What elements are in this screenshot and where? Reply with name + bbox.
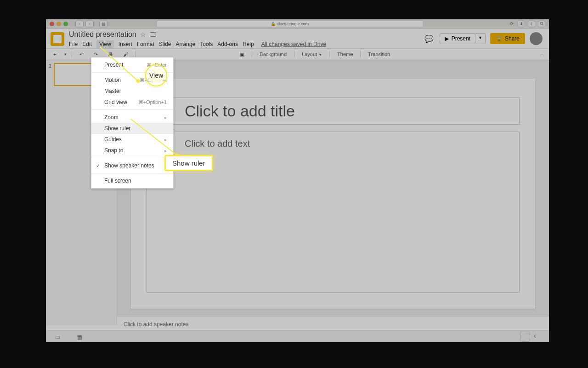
menu-item-label: Show ruler <box>104 125 130 132</box>
menu-format[interactable]: Format <box>137 41 154 47</box>
minimize-window-icon[interactable] <box>57 22 61 26</box>
comments-icon[interactable]: 💬 <box>423 33 435 45</box>
menu-edit[interactable]: Edit <box>82 41 92 47</box>
menu-add-ons[interactable]: Add-ons <box>217 41 238 47</box>
grid-view-icon[interactable]: ▦ <box>77 334 85 339</box>
lock-icon: 🔒 <box>271 22 276 26</box>
slide-canvas[interactable]: Click to add title Click to add text <box>131 79 535 309</box>
share-button[interactable]: 🔒 Share <box>490 33 525 44</box>
menu-tools[interactable]: Tools <box>200 41 213 47</box>
callout-view: View <box>145 64 167 86</box>
present-dropdown-button[interactable]: ▼ <box>475 33 486 44</box>
new-slide-button[interactable]: + <box>51 51 59 58</box>
menu-separator <box>91 109 173 110</box>
play-icon: ▶ <box>445 35 449 42</box>
footer-bar: ▭ ▦ ‹ <box>46 330 549 342</box>
move-to-folder-icon[interactable] <box>150 32 156 37</box>
menu-item-label: Zoom <box>104 114 119 121</box>
present-button[interactable]: ▶ Present <box>440 33 475 44</box>
menu-item-label: Motion <box>104 77 121 83</box>
title-placeholder[interactable]: Click to add title <box>147 97 520 125</box>
close-window-icon[interactable] <box>50 22 54 26</box>
reload-button[interactable]: ⟳ <box>509 21 515 27</box>
present-label: Present <box>452 35 470 42</box>
forward-button[interactable]: › <box>85 21 94 27</box>
app-header: Untitled presentation ☆ FileEditViewInse… <box>46 29 549 48</box>
speaker-notes[interactable]: Click to add speaker notes <box>117 316 549 332</box>
menu-item-label: Snap to <box>104 147 123 154</box>
tabs-icon[interactable]: ⧉ <box>538 21 545 27</box>
new-slide-dropdown[interactable]: ▼ <box>63 52 67 57</box>
back-button[interactable]: ‹ <box>75 21 84 27</box>
browser-chrome: ‹ › ▦ 🔒 docs.google.com ⟳ ⬇ ⇪ ⧉ <box>46 19 549 29</box>
layout-button[interactable]: Layout ▼ <box>299 51 325 58</box>
menu-view[interactable]: View <box>96 40 114 48</box>
theme-button[interactable]: Theme <box>334 51 356 58</box>
menu-bar: FileEditViewInsertFormatSlideArrangeTool… <box>69 40 423 48</box>
menu-separator <box>91 158 173 158</box>
account-avatar[interactable] <box>530 32 543 45</box>
explore-button[interactable] <box>520 332 530 342</box>
insert-image-button[interactable]: ▣ <box>237 51 247 58</box>
menu-item-full-screen[interactable]: Full screen <box>91 175 173 186</box>
document-title[interactable]: Untitled presentation <box>69 30 136 39</box>
collapse-toolbar-icon[interactable]: ︿ <box>540 51 544 58</box>
menu-item-show-speaker-notes[interactable]: Show speaker notes <box>91 160 173 171</box>
menu-insert[interactable]: Insert <box>119 41 132 47</box>
maximize-window-icon[interactable] <box>63 22 68 26</box>
sidebar-toggle-icon[interactable]: ▦ <box>99 21 107 27</box>
menu-item-label: Full screen <box>104 178 131 184</box>
transition-button[interactable]: Transition <box>365 51 393 58</box>
save-status[interactable]: All changes saved in Drive <box>261 41 326 47</box>
lock-icon: 🔒 <box>496 35 503 42</box>
slide-thumbnail[interactable] <box>54 63 93 86</box>
menu-item-shortcut: ⌘+Option+1 <box>138 99 167 105</box>
share-icon[interactable]: ⇪ <box>528 21 535 27</box>
menu-item-label: Grid view <box>104 99 127 105</box>
address-bar[interactable]: 🔒 docs.google.com <box>156 21 423 27</box>
menu-item-grid-view[interactable]: Grid view⌘+Option+1 <box>91 97 173 108</box>
share-label: Share <box>505 35 520 42</box>
menu-item-label: Master <box>104 88 121 94</box>
background-button[interactable]: Background <box>257 51 289 58</box>
menu-item-master[interactable]: Master <box>91 86 173 97</box>
menu-item-label: Guides <box>104 136 122 143</box>
callout-show-ruler: Show ruler <box>164 155 213 171</box>
menu-separator <box>91 173 173 173</box>
menu-help[interactable]: Help <box>243 41 254 47</box>
menu-item-snap-to[interactable]: Snap to <box>91 145 173 156</box>
filmstrip-view-icon[interactable]: ▭ <box>55 334 63 339</box>
menu-file[interactable]: File <box>69 41 78 47</box>
undo-button[interactable]: ↶ <box>77 51 86 58</box>
url-text: docs.google.com <box>277 22 309 26</box>
menu-arrange[interactable]: Arrange <box>176 41 196 47</box>
download-icon[interactable]: ⬇ <box>518 21 525 27</box>
window-controls <box>50 22 68 26</box>
slides-app-icon[interactable] <box>51 32 64 46</box>
menu-slide[interactable]: Slide <box>159 41 171 47</box>
slide-number: 1 <box>49 63 51 86</box>
star-icon[interactable]: ☆ <box>140 31 146 38</box>
menu-item-show-ruler[interactable]: Show ruler <box>91 123 173 134</box>
menu-item-label: Show speaker notes <box>104 162 154 169</box>
chevron-left-icon[interactable]: ‹ <box>534 332 536 342</box>
